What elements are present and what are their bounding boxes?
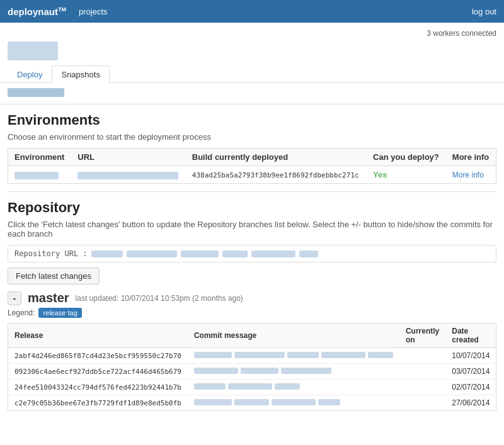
repo-url-part3 [181,251,219,257]
branch-meta: last updated: 10/07/2014 10:53pm (2 mont… [76,294,243,303]
repo-url-label: Repository URL : [14,249,88,258]
msg-blur-part [194,368,238,374]
branch-row: - master last updated: 10/07/2014 10:53p… [8,291,496,305]
brand-name: deploynaut [8,6,58,17]
commit-hash-value: 2abf4d246ed865f87cd4d23e5bcf959550c27b70 [14,352,181,360]
commit-row: 092306c4ae6ecf927ddb5ce722acf446d465b679… [8,364,496,380]
env-more-info-cell: More info [446,166,496,184]
col-date-created: Date created [445,324,496,348]
env-name-cell [8,166,72,184]
msg-blur-part [234,352,285,358]
col-environment: Environment [8,149,72,166]
repo-url-part6 [299,251,318,257]
msg-blur-part [275,383,300,390]
commit-hash-cell: 24fee510043324cc794df576fed4223b92441b7b [8,380,188,395]
col-more-info: More info [446,149,496,166]
branch-toggle-button[interactable]: - [8,291,21,305]
commit-row: 24fee510043324cc794df576fed4223b92441b7b… [8,380,496,395]
repository-url-box: Repository URL : [8,245,496,262]
brand-tm: TM [58,6,66,13]
sub-header [0,83,504,104]
repo-url-part5 [251,251,295,257]
repo-url-part2 [127,251,177,257]
date-created-cell: 10/07/2014 [445,348,496,364]
currently-on-cell [399,395,445,411]
currently-on-cell [399,364,445,380]
msg-blur-part [194,352,232,358]
msg-blur-part [228,383,272,390]
commit-message-cell [188,348,399,364]
msg-blur-part [241,368,278,374]
commit-message-cell [188,380,399,395]
col-currently-on: Currently on [399,324,445,348]
commit-message-cell [188,395,399,411]
env-build-cell: 438ad25ba5a2793f38b9ee1f8692fdbebbbc271c [186,166,367,184]
msg-blur-part [287,352,319,358]
header-area: 3 workers connected Deploy Snapshots [0,23,504,83]
fetch-latest-button[interactable]: Fetch latest changes [8,268,100,284]
msg-blur-part [281,368,331,374]
col-build: Build currently deployed [186,149,367,166]
commits-header-row: Release Commit message Currently on Date… [8,324,496,348]
msg-blur-part [321,352,365,358]
top-navigation: deploynautTM projects log out [0,0,504,23]
projects-link[interactable]: projects [79,7,108,16]
tab-snapshots[interactable]: Snapshots [52,65,109,83]
commit-message-blurred [194,399,340,405]
main-content: 3 workers connected Deploy Snapshots Env… [0,23,504,445]
col-can-deploy: Can you deploy? [367,149,446,166]
col-release: Release [8,324,188,348]
col-url: URL [71,149,185,166]
env-url-blurred [77,172,178,179]
tab-deploy[interactable]: Deploy [8,65,52,83]
branch-toggle-icon: - [13,293,16,304]
msg-blur-part [368,352,393,358]
repo-url-content: Repository URL : [14,249,490,258]
environments-table: Environment URL Build currently deployed… [8,148,496,184]
commits-table: Release Commit message Currently on Date… [8,323,496,411]
repository-description: Click the 'Fetch latest changes' button … [8,220,496,239]
commit-message-blurred [194,352,393,358]
commit-hash-value: c2e79c05b36bee67e3fb7729fdf1d89e8ed5b0fb [14,399,181,407]
env-url-cell [71,166,185,184]
commit-message-blurred [194,383,300,390]
repo-url-part1 [91,251,123,257]
commit-hash-cell: 092306c4ae6ecf927ddb5ce722acf446d465b679 [8,364,188,380]
environments-section: Environments Choose an environment to st… [0,104,504,191]
legend-label: Legend: [8,308,35,317]
date-created-cell: 27/06/2014 [445,395,496,411]
can-deploy-value: Yes [373,170,387,179]
sub-header-blurred [8,88,64,97]
env-can-deploy-cell: Yes [367,166,446,184]
col-commit-message: Commit message [188,324,399,348]
env-table-header-row: Environment URL Build currently deployed… [8,149,496,166]
commit-hash-value: 092306c4ae6ecf927ddb5ce722acf446d465b679 [14,368,181,376]
legend-row: Legend: release tag [8,308,496,318]
msg-blur-part [194,399,232,405]
currently-on-cell [399,380,445,395]
more-info-link[interactable]: More info [452,171,484,179]
repository-title: Repository [8,200,496,216]
tabs-container: Deploy Snapshots [8,65,496,82]
repository-section: Repository Click the 'Fetch latest chang… [0,192,504,419]
msg-blur-part [234,399,269,405]
currently-on-cell [399,348,445,364]
commit-message-cell [188,364,399,380]
build-hash: 438ad25ba5a2793f38b9ee1f8692fdbebbbc271c [192,171,359,179]
commit-hash-cell: 2abf4d246ed865f87cd4d23e5bcf959550c27b70 [8,348,188,364]
brand-logo: deploynautTM [8,6,66,17]
commit-row: 2abf4d246ed865f87cd4d23e5bcf959550c27b70… [8,348,496,364]
date-created-cell: 02/07/2014 [445,380,496,395]
msg-blur-part [318,399,340,405]
environments-description: Choose an environment to start the deplo… [8,132,496,142]
commit-hash-cell: c2e79c05b36bee67e3fb7729fdf1d89e8ed5b0fb [8,395,188,411]
repo-url-part4 [222,251,248,257]
logout-button[interactable]: log out [472,7,496,16]
commit-hash-value: 24fee510043324cc794df576fed4223b92441b7b [14,383,181,391]
tab-snapshots-label: Snapshots [61,70,100,79]
env-table-row: 438ad25ba5a2793f38b9ee1f8692fdbebbbc271c… [8,166,496,184]
release-tag-badge: release tag [38,308,81,318]
msg-blur-part [272,399,316,405]
msg-blur-part [194,383,226,390]
commit-message-blurred [194,368,331,374]
